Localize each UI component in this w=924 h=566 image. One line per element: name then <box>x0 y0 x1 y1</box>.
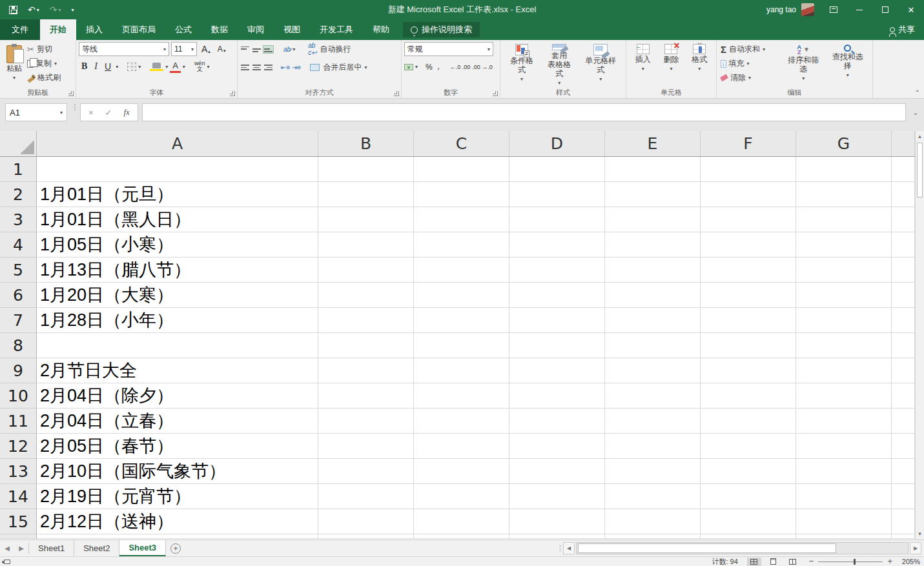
fill-color-button[interactable] <box>150 62 163 71</box>
cell-A5[interactable]: 1月13日（腊八节） <box>37 258 318 283</box>
cell-G1[interactable] <box>796 157 892 182</box>
cell-C6[interactable] <box>414 283 509 308</box>
sheet-tab-Sheet3[interactable]: Sheet3 <box>119 540 166 556</box>
cell-C5[interactable] <box>414 258 509 283</box>
row-header-2[interactable]: 2 <box>0 182 37 207</box>
borders-icon[interactable] <box>127 63 136 71</box>
cell-F9[interactable] <box>701 358 796 383</box>
conditional-formatting-button[interactable]: 条件格式▾ <box>503 42 540 88</box>
cell-G13[interactable] <box>796 459 892 484</box>
cell-C8[interactable] <box>414 333 509 358</box>
tell-me-search[interactable]: 操作说明搜索 <box>403 22 480 37</box>
cell-G14[interactable] <box>796 484 892 509</box>
cell-A11[interactable]: 2月04日（立春） <box>37 409 318 434</box>
bold-button[interactable]: B <box>79 61 90 72</box>
scroll-right-icon[interactable]: ▶ <box>910 542 921 554</box>
scroll-up-icon[interactable]: ▲ <box>916 131 924 142</box>
cell-D11[interactable] <box>509 409 605 434</box>
ribbon-tab-开发工具[interactable]: 开发工具 <box>310 19 363 40</box>
cell-A9[interactable]: 2月节日大全 <box>37 358 318 383</box>
cell-D1[interactable] <box>509 157 605 182</box>
cell-B11[interactable] <box>318 409 414 434</box>
merge-center-button[interactable]: 合并后居中▾ <box>322 61 368 74</box>
cell-D7[interactable] <box>509 308 605 333</box>
cell-D8[interactable] <box>509 333 605 358</box>
cell-B9[interactable] <box>318 358 414 383</box>
cell-F11[interactable] <box>701 409 796 434</box>
cell-E16[interactable] <box>605 534 701 539</box>
alignment-dialog-launcher-icon[interactable] <box>394 91 399 96</box>
column-header-E[interactable]: E <box>605 131 701 156</box>
cell-E13[interactable] <box>605 459 701 484</box>
cell-E10[interactable] <box>605 383 701 409</box>
fill-button[interactable]: ↓填充▾ <box>719 57 781 70</box>
formula-input[interactable] <box>142 103 906 121</box>
ribbon-tab-审阅[interactable]: 审阅 <box>238 19 274 40</box>
format-as-table-button[interactable]: 套用表格格式▾ <box>540 42 578 88</box>
clipboard-dialog-launcher-icon[interactable] <box>68 91 74 96</box>
ribbon-tab-插入[interactable]: 插入 <box>76 19 112 40</box>
cell-E8[interactable] <box>605 333 701 358</box>
cell-E12[interactable] <box>605 434 701 459</box>
cell-D12[interactable] <box>509 434 605 459</box>
cell-G11[interactable] <box>796 409 892 434</box>
cell-B5[interactable] <box>318 258 414 283</box>
align-left-icon[interactable] <box>240 64 250 71</box>
select-all-corner[interactable] <box>0 131 37 156</box>
cell-E15[interactable] <box>605 509 701 534</box>
cell-F14[interactable] <box>701 484 796 509</box>
cell-F8[interactable] <box>701 333 796 358</box>
cell-A8[interactable] <box>37 333 318 358</box>
cell-D16[interactable] <box>509 534 605 539</box>
cell-B12[interactable] <box>318 434 414 459</box>
row-header-16[interactable] <box>0 534 37 539</box>
row-header-9[interactable]: 9 <box>0 358 37 383</box>
font-color-button[interactable]: A <box>170 60 181 73</box>
column-header-F[interactable]: F <box>701 131 796 156</box>
ribbon-tab-文件[interactable]: 文件 <box>0 19 40 40</box>
macro-record-icon[interactable] <box>4 560 10 564</box>
cell-D6[interactable] <box>509 283 605 308</box>
number-dialog-launcher-icon[interactable] <box>493 91 498 96</box>
cell-A2[interactable]: 1月01日（元旦） <box>37 182 318 207</box>
cell-A3[interactable]: 1月01日（黑人日） <box>37 207 318 232</box>
new-sheet-button[interactable]: + <box>166 540 185 556</box>
format-cells-button[interactable]: 格式▾ <box>688 42 711 88</box>
collapse-ribbon-icon[interactable]: ⌃ <box>915 89 920 96</box>
cell-A12[interactable]: 2月05日（春节） <box>37 434 318 459</box>
share-button[interactable]: 共享 <box>890 19 915 40</box>
scroll-down-icon[interactable]: ▼ <box>916 529 924 540</box>
phonetic-guide-button[interactable]: wén文 <box>194 61 205 72</box>
zoom-slider[interactable] <box>818 561 883 562</box>
clear-button[interactable]: 清除▾ <box>719 72 781 84</box>
cell-A10[interactable]: 2月04日（除夕） <box>37 383 318 409</box>
font-dialog-launcher-icon[interactable] <box>230 91 235 96</box>
cell-F13[interactable] <box>701 459 796 484</box>
cell-D13[interactable] <box>509 459 605 484</box>
cell-B3[interactable] <box>318 207 414 232</box>
cell-F1[interactable] <box>701 157 796 182</box>
save-icon[interactable] <box>9 6 17 14</box>
cell-G12[interactable] <box>796 434 892 459</box>
zoom-in-button[interactable]: + <box>887 558 892 565</box>
cell-C16[interactable] <box>414 534 509 539</box>
cell-D10[interactable] <box>509 383 605 409</box>
cell-C2[interactable] <box>414 182 509 207</box>
decrease-decimal-button[interactable]: .00 →.0 <box>472 64 493 70</box>
horizontal-scroll-thumb[interactable] <box>578 543 836 553</box>
cell-F15[interactable] <box>701 509 796 534</box>
sheet-tab-Sheet2[interactable]: Sheet2 <box>74 540 119 556</box>
cell-E6[interactable] <box>605 283 701 308</box>
cell-B7[interactable] <box>318 308 414 333</box>
cell-F5[interactable] <box>701 258 796 283</box>
ribbon-tab-数据[interactable]: 数据 <box>201 19 238 40</box>
cell-styles-button[interactable]: 单元格样式▾ <box>578 42 623 88</box>
row-header-8[interactable]: 8 <box>0 333 37 358</box>
cell-D14[interactable] <box>509 484 605 509</box>
cell-F10[interactable] <box>701 383 796 409</box>
cell-C9[interactable] <box>414 358 509 383</box>
row-header-12[interactable]: 12 <box>0 434 37 459</box>
ribbon-tab-视图[interactable]: 视图 <box>274 19 310 40</box>
column-header-D[interactable]: D <box>509 131 605 156</box>
cell-G8[interactable] <box>796 333 892 358</box>
